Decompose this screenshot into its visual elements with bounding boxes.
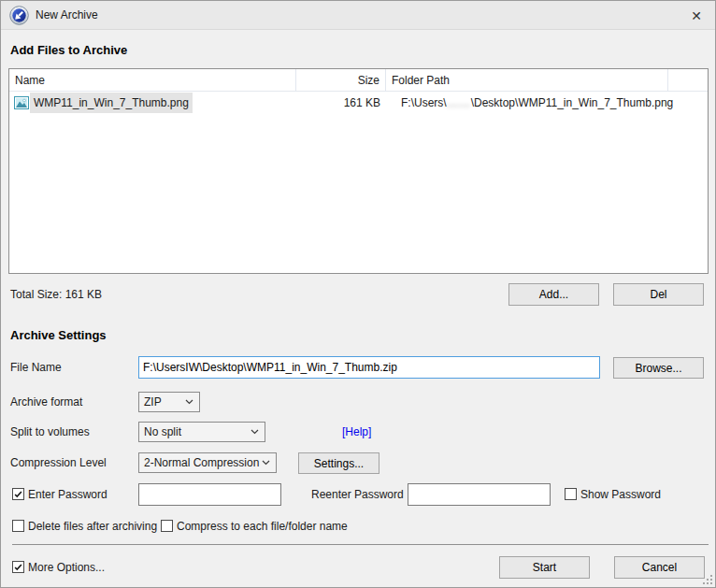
more-options-checkbox[interactable] — [12, 561, 24, 573]
image-file-icon — [14, 95, 29, 110]
chevron-down-icon — [251, 429, 259, 435]
table-row[interactable]: WMP11_in_Win_7_Thumb.png 161 KB F:\Users… — [9, 93, 708, 113]
column-header-spare — [668, 69, 709, 92]
file-name-cell[interactable]: WMP11_in_Win_7_Thumb.png — [30, 93, 193, 113]
chevron-down-icon — [185, 399, 193, 405]
add-button[interactable]: Add... — [508, 283, 599, 306]
start-button[interactable]: Start — [499, 556, 590, 579]
reenter-password-label: Reenter Password — [311, 483, 404, 506]
file-list[interactable]: Name Size Folder Path WMP11_in_Win_7_Thu… — [8, 68, 709, 274]
column-header-name[interactable]: Name — [9, 69, 296, 92]
compression-level-value: 2-Normal Compression — [139, 456, 262, 469]
check-icon — [13, 489, 23, 499]
reenter-password-input[interactable] — [408, 483, 551, 506]
delete-files-label: Delete files after archiving — [28, 520, 157, 534]
close-button[interactable]: ✕ — [681, 3, 711, 28]
cancel-button[interactable]: Cancel — [614, 556, 705, 579]
chevron-down-icon — [262, 460, 270, 466]
show-password-label: Show Password — [580, 488, 661, 502]
archive-format-value: ZIP — [139, 395, 185, 409]
close-icon: ✕ — [691, 8, 702, 23]
file-path-cell: F:\Users\......\Desktop\WMP11_in_Win_7_T… — [394, 93, 673, 113]
enter-password-label: Enter Password — [28, 488, 107, 502]
enter-password-checkbox[interactable] — [12, 488, 24, 500]
new-archive-dialog: New Archive ✕ Add Files to Archive Name … — [0, 0, 716, 588]
file-list-header: Name Size Folder Path — [9, 69, 708, 92]
archive-format-select[interactable]: ZIP — [138, 392, 200, 412]
titlebar: New Archive ✕ — [1, 1, 715, 30]
window-title: New Archive — [36, 8, 98, 22]
add-files-header: Add Files to Archive — [10, 43, 127, 57]
file-path-redacted-username: ...... — [447, 96, 471, 109]
app-icon — [9, 6, 29, 25]
compress-each-checkbox[interactable] — [161, 520, 173, 532]
help-link[interactable]: [Help] — [342, 422, 371, 442]
archive-format-label: Archive format — [10, 392, 82, 412]
more-options-label: More Options... — [28, 561, 105, 575]
delete-files-checkbox[interactable] — [12, 520, 24, 532]
file-size-cell: 161 KB — [296, 93, 380, 113]
split-to-volumes-select[interactable]: No split — [138, 422, 265, 442]
total-size-label: Total Size: 161 KB — [10, 288, 102, 301]
password-input[interactable] — [138, 483, 281, 506]
footer-divider — [12, 544, 709, 545]
column-header-folder-path[interactable]: Folder Path — [386, 69, 668, 92]
file-name-input[interactable] — [138, 356, 600, 379]
split-to-volumes-label: Split to volumes — [10, 422, 90, 442]
column-header-size[interactable]: Size — [296, 69, 386, 92]
compress-each-label: Compress to each file/folder name — [177, 520, 348, 534]
file-name-label: File Name — [10, 356, 62, 379]
compression-settings-button[interactable]: Settings... — [298, 452, 379, 474]
compression-level-select[interactable]: 2-Normal Compression — [138, 452, 277, 473]
archive-settings-header: Archive Settings — [10, 328, 107, 342]
compression-level-label: Compression Level — [10, 452, 107, 473]
resize-grip-icon[interactable] — [702, 574, 713, 585]
split-to-volumes-value: No split — [139, 425, 251, 438]
show-password-checkbox[interactable] — [565, 488, 577, 500]
del-button[interactable]: Del — [613, 283, 704, 306]
check-icon — [13, 562, 23, 572]
file-path-suffix: \Desktop\WMP11_in_Win_7_Thumb.png — [471, 96, 674, 109]
file-path-prefix: F:\Users\ — [401, 96, 447, 109]
browse-button[interactable]: Browse... — [613, 357, 704, 379]
